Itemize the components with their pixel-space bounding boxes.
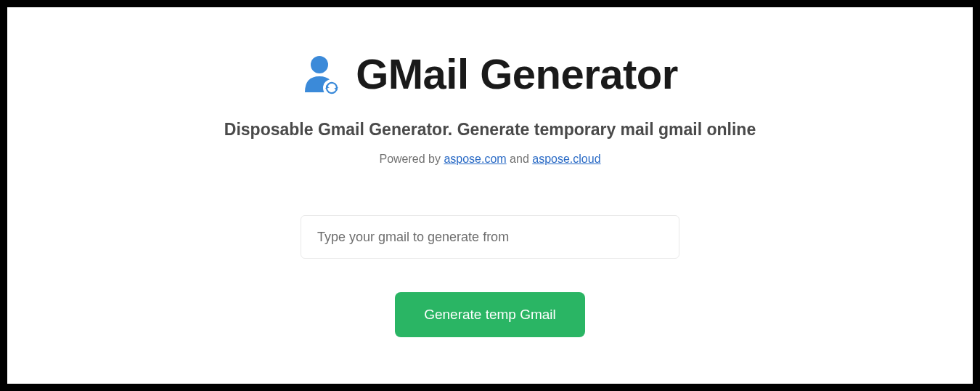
page-subtitle: Disposable Gmail Generator. Generate tem… — [224, 120, 756, 140]
page-frame: GMail Generator Disposable Gmail Generat… — [7, 7, 973, 384]
powered-by-text: Powered by aspose.com and aspose.cloud — [379, 153, 600, 166]
title-row: GMail Generator — [302, 49, 678, 98]
svg-point-1 — [323, 79, 340, 97]
powered-sep: and — [507, 153, 533, 165]
aspose-com-link[interactable]: aspose.com — [444, 153, 506, 165]
page-title: GMail Generator — [356, 49, 678, 98]
aspose-cloud-link[interactable]: aspose.cloud — [532, 153, 600, 165]
powered-prefix: Powered by — [379, 153, 444, 165]
generate-button[interactable]: Generate temp Gmail — [395, 292, 585, 337]
input-area: Generate temp Gmail — [301, 215, 679, 337]
person-refresh-icon — [302, 55, 341, 97]
gmail-input[interactable] — [301, 215, 679, 259]
svg-point-0 — [311, 56, 328, 73]
